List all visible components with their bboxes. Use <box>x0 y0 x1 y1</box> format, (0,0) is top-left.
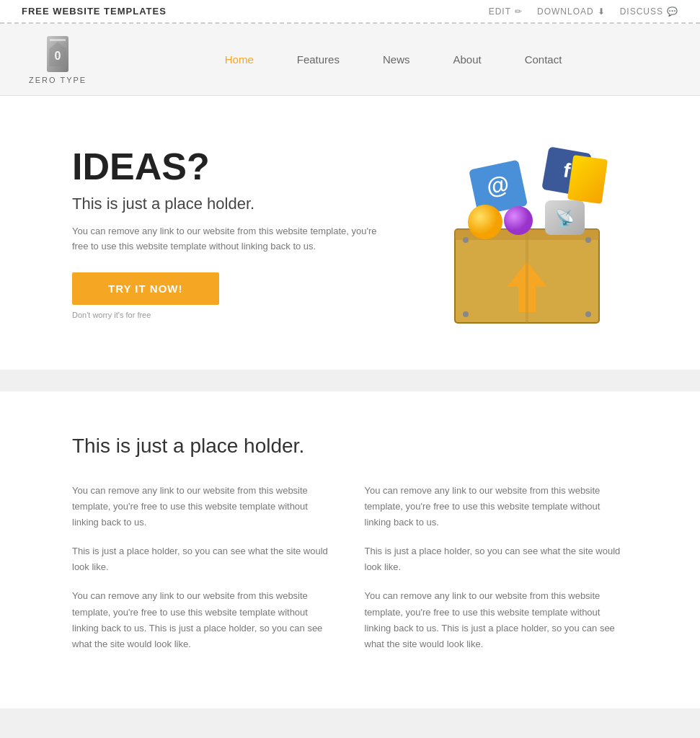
edit-action[interactable]: EDIT ✏ <box>489 6 523 17</box>
site-title: FREE WEBSITE TEMPLATES <box>22 6 167 17</box>
content-col-left: You can remove any link to our website f… <box>72 483 336 665</box>
svg-text:📡: 📡 <box>555 208 575 228</box>
svg-rect-20 <box>567 155 608 204</box>
svg-rect-1 <box>50 39 66 41</box>
discuss-label: DISCUSS <box>620 6 663 17</box>
main-nav: Home Features News About Contact <box>115 53 671 66</box>
cta-button[interactable]: TRY IT NOW! <box>72 272 219 305</box>
nav-news[interactable]: News <box>383 53 410 66</box>
content-grid: You can remove any link to our website f… <box>72 483 628 665</box>
hero-content: IDEAS? This is just a place holder. You … <box>72 146 389 319</box>
cta-note: Don't worry it's for free <box>72 311 389 319</box>
top-bar: FREE WEBSITE TEMPLATES EDIT ✏ DOWNLOAD ⬇… <box>0 0 700 24</box>
hero-subtitle: This is just a place holder. <box>72 195 389 213</box>
download-icon: ⬇ <box>598 6 606 17</box>
svg-rect-11 <box>526 229 528 323</box>
download-label: DOWNLOAD <box>537 6 594 17</box>
svg-point-8 <box>463 311 469 317</box>
hero-description: You can remove any link to our website f… <box>72 224 389 254</box>
logo-area: 0 ZERO TYPE <box>29 35 87 84</box>
content-col-right: You can remove any link to our website f… <box>365 483 629 665</box>
content-section: This is just a place holder. You can rem… <box>0 391 700 708</box>
nav-about[interactable]: About <box>453 53 481 66</box>
svg-point-17 <box>504 206 533 235</box>
nav-home[interactable]: Home <box>225 53 254 66</box>
hero-section: IDEAS? This is just a place holder. You … <box>0 96 700 370</box>
col2-para3: You can remove any link to our website f… <box>365 588 629 652</box>
hero-title: IDEAS? <box>72 146 389 187</box>
svg-point-6 <box>463 237 469 243</box>
svg-point-7 <box>585 237 591 243</box>
logo-icon: 0 <box>43 35 72 74</box>
nav-contact[interactable]: Contact <box>525 53 562 66</box>
svg-text:0: 0 <box>55 50 61 62</box>
logo-text: ZERO TYPE <box>29 76 87 84</box>
col1-para2: This is just a place holder, so you can … <box>72 543 336 575</box>
box-illustration: @ f 📡 <box>433 135 621 330</box>
top-bar-actions: EDIT ✏ DOWNLOAD ⬇ DISCUSS 💬 <box>489 6 678 17</box>
nav-features[interactable]: Features <box>297 53 340 66</box>
edit-label: EDIT <box>489 6 511 17</box>
col2-para2: This is just a place holder, so you can … <box>365 543 629 575</box>
svg-point-9 <box>585 311 591 317</box>
site-header: 0 ZERO TYPE Home Features News About Con… <box>0 24 700 96</box>
col1-para1: You can remove any link to our website f… <box>72 483 336 530</box>
hero-image: @ f 📡 <box>426 139 628 326</box>
svg-point-16 <box>468 205 502 239</box>
pencil-icon: ✏ <box>515 6 523 17</box>
col1-para3: You can remove any link to our website f… <box>72 588 336 652</box>
download-action[interactable]: DOWNLOAD ⬇ <box>537 6 606 17</box>
discuss-action[interactable]: DISCUSS 💬 <box>620 6 678 17</box>
chat-icon: 💬 <box>667 6 678 17</box>
col2-para1: You can remove any link to our website f… <box>365 483 629 530</box>
section-title: This is just a place holder. <box>72 435 628 458</box>
